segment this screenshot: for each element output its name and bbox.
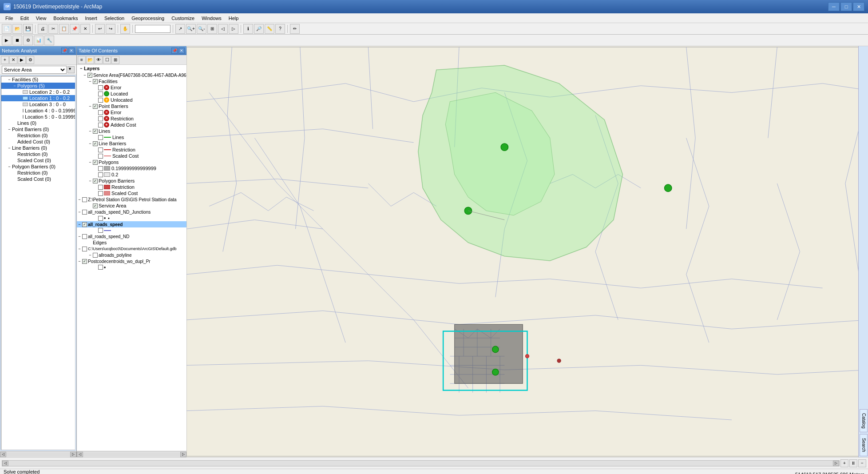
toc-line-barriers[interactable]: − Line Barriers xyxy=(77,140,186,147)
cu-cb[interactable] xyxy=(82,247,87,251)
expand-pb-r[interactable] xyxy=(12,133,17,138)
delete-button[interactable]: ✕ xyxy=(80,24,90,34)
na-tree-loc5[interactable]: Location 5 : 0 - 0.1999999999 xyxy=(1,114,75,120)
junc-dot-cb[interactable] xyxy=(98,216,103,221)
toc-polygons[interactable]: − Polygons xyxy=(77,159,186,165)
menu-selection[interactable]: Selection xyxy=(101,15,128,22)
toc-all-roads-nd[interactable]: − all_roads_speed_ND xyxy=(77,233,186,239)
fac-unlocated-cb[interactable] xyxy=(98,98,103,103)
toc-poly-02[interactable]: 0.2 xyxy=(77,171,186,178)
toc-visibility-btn[interactable]: 👁 xyxy=(95,56,103,64)
redo-button[interactable]: ↪ xyxy=(106,24,115,34)
tool-arrow[interactable]: ↗ xyxy=(175,24,185,34)
menu-help[interactable]: Help xyxy=(225,15,242,22)
expand-polb[interactable]: − xyxy=(7,164,12,169)
map-scrollbar-h[interactable]: ◁ ▷ xyxy=(2,460,840,466)
expand-toc-lb[interactable]: − xyxy=(87,141,93,146)
toc-polygon-barriers[interactable]: − Polygon Barriers xyxy=(77,178,186,184)
toc-polb-scaledcost[interactable]: Scaled Cost xyxy=(77,190,186,196)
toc-pb-restriction[interactable]: ✕ Restriction xyxy=(77,116,186,122)
save-button[interactable]: 💾 xyxy=(23,24,33,34)
na-tree-lb-restriction[interactable]: Restriction (0) xyxy=(1,151,75,157)
undo-button[interactable]: ↩ xyxy=(95,24,105,34)
toc-edges[interactable]: Edges xyxy=(77,239,186,246)
toc-pb-error[interactable]: ✕ Error xyxy=(77,109,186,116)
map-scroll-left[interactable]: ◁ xyxy=(2,461,8,466)
expand-toc-ap[interactable]: − xyxy=(87,252,93,258)
expand-loc4[interactable] xyxy=(17,108,23,113)
toc-junc-dot[interactable]: • xyxy=(77,215,186,221)
toc-arrange-btn[interactable]: ⊞ xyxy=(111,56,119,64)
na-tree-pointbarriers[interactable]: − Point Barriers (0) xyxy=(1,126,75,132)
scale-input[interactable]: 1:73,861 xyxy=(135,25,170,33)
expand-lines[interactable] xyxy=(12,120,17,126)
expand-polb-sc[interactable] xyxy=(12,176,17,182)
expand-lb-r[interactable] xyxy=(12,151,17,157)
toc-scroll-right[interactable]: ▷ xyxy=(180,452,186,457)
toc-fac-error[interactable]: ✕ Error xyxy=(77,84,186,91)
toc-fac-unlocated[interactable]: ? Unlocated xyxy=(77,97,186,103)
na-tree-lb-scaledcost[interactable]: Scaled Cost (0) xyxy=(1,157,75,163)
lines-sub-cb[interactable] xyxy=(98,135,103,140)
toc-poly-0199[interactable]: 0.199999999999999 xyxy=(77,165,186,171)
na-tree-loc2[interactable]: Location 2 : 0 - 0.2 xyxy=(1,89,75,95)
lines-checkbox[interactable] xyxy=(93,129,98,134)
na-scrollbar[interactable]: ◁ ▷ xyxy=(0,451,76,457)
toc-pb-addedcost[interactable]: + Added Cost xyxy=(77,122,186,128)
na-tree-loc4[interactable]: Location 4 : 0 - 0.1999999999999 xyxy=(1,108,75,114)
expand-toc-poly[interactable]: − xyxy=(87,159,93,165)
map-scroll-right[interactable]: ▷ xyxy=(833,461,839,466)
poly-checkbox[interactable] xyxy=(93,160,98,165)
toc-fac-located[interactable]: Located xyxy=(77,91,186,97)
toc-list-btn[interactable]: ≡ xyxy=(78,56,86,64)
toc-panel-pin[interactable]: 📌 xyxy=(171,48,178,54)
map-pause-btn[interactable]: ⏸ xyxy=(849,459,857,467)
menu-windows[interactable]: Windows xyxy=(198,15,225,22)
toc-allroads-poly[interactable]: − allroads_polyline xyxy=(77,252,186,258)
na-panel-pin[interactable]: 📌 xyxy=(61,48,67,54)
toc-postcode-dot[interactable] xyxy=(77,264,186,270)
maximize-button[interactable]: □ xyxy=(840,2,852,11)
search-tab[interactable]: Search xyxy=(860,434,868,456)
fac-located-cb[interactable] xyxy=(98,92,103,96)
na-tree-loc3[interactable]: Location 3 : 0 - 0 xyxy=(1,101,75,108)
toc-panel-close[interactable]: ✕ xyxy=(178,48,185,54)
toc-facilities[interactable]: − Facilities xyxy=(77,78,186,84)
lb-scaledcost-cb[interactable] xyxy=(98,154,103,159)
pb-restriction-cb[interactable] xyxy=(98,116,103,121)
expand-toc-junc[interactable]: − xyxy=(77,209,82,215)
na-tree-polygonbarriers[interactable]: − Polygon Barriers (0) xyxy=(1,163,75,170)
na-panel-controls[interactable]: 📌 ✕ xyxy=(61,48,75,54)
poly-0199-cb[interactable] xyxy=(98,166,103,171)
polb-scaledcost-cb[interactable] xyxy=(98,191,103,196)
toc-panel-controls[interactable]: 📌 ✕ xyxy=(171,48,185,54)
na-delete-btn[interactable]: ✕ xyxy=(9,56,17,64)
expand-toc-polb[interactable]: − xyxy=(87,178,93,183)
map-zoom-out-btn[interactable]: − xyxy=(858,459,866,467)
menu-customize[interactable]: Customize xyxy=(168,15,198,22)
menu-edit[interactable]: Edit xyxy=(17,15,32,22)
tool-find[interactable]: 🔎 xyxy=(254,24,264,34)
ars-cb[interactable] xyxy=(82,222,87,227)
print-button[interactable]: 🖨 xyxy=(38,24,48,34)
expand-lb-sc[interactable] xyxy=(12,158,17,163)
tool-identify[interactable]: ℹ xyxy=(243,24,253,34)
na-tree-polb-restriction[interactable]: Restriction (0) xyxy=(1,170,75,176)
na-create-btn[interactable]: + xyxy=(1,56,9,64)
toc-lines[interactable]: − Lines xyxy=(77,128,186,134)
tool-edit[interactable]: ✏ xyxy=(290,24,300,34)
toc-polb-restriction[interactable]: Restriction xyxy=(77,184,186,190)
expand-polb-r[interactable] xyxy=(12,170,17,175)
na-panel-close[interactable]: ✕ xyxy=(68,48,75,54)
fac-error-cb[interactable] xyxy=(98,85,103,90)
expand-pb[interactable]: − xyxy=(7,127,12,132)
expand-loc3[interactable] xyxy=(17,102,23,107)
expand-toc-lines[interactable]: − xyxy=(87,128,93,134)
tool-next-extent[interactable]: ▷ xyxy=(229,24,238,34)
arnd-cb[interactable] xyxy=(82,234,87,239)
na-dropdown-btn[interactable]: ▼ xyxy=(67,66,75,73)
catalog-tab[interactable]: Catalog xyxy=(860,409,868,432)
na-select-btn[interactable]: ▶ xyxy=(18,56,26,64)
expand-loc2[interactable] xyxy=(17,89,23,95)
fac-checkbox[interactable] xyxy=(93,79,98,84)
